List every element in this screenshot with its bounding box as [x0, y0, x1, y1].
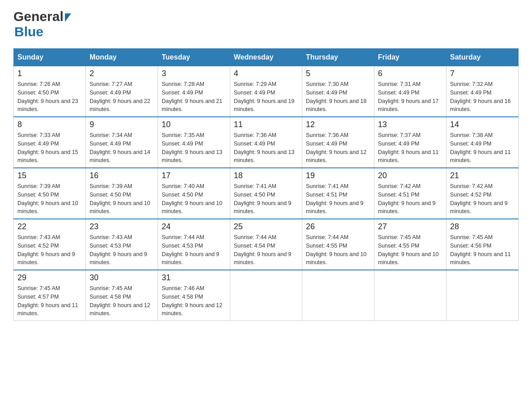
calendar-cell: 21Sunrise: 7:42 AMSunset: 4:52 PMDayligh…: [446, 168, 519, 219]
calendar-cell: 3Sunrise: 7:28 AMSunset: 4:49 PMDaylight…: [158, 66, 230, 117]
day-number: 22: [17, 222, 82, 231]
logo-blue-text: Blue: [14, 24, 43, 39]
calendar-cell: [374, 270, 446, 321]
day-info: Sunrise: 7:44 AMSunset: 4:53 PMDaylight:…: [162, 233, 226, 267]
col-tuesday: Tuesday: [158, 49, 230, 66]
day-info: Sunrise: 7:32 AMSunset: 4:49 PMDaylight:…: [450, 80, 515, 114]
col-monday: Monday: [86, 49, 158, 66]
day-info: Sunrise: 7:39 AMSunset: 4:50 PMDaylight:…: [90, 182, 154, 216]
calendar-week-row: 29Sunrise: 7:45 AMSunset: 4:57 PMDayligh…: [14, 270, 519, 321]
col-saturday: Saturday: [446, 49, 519, 66]
day-number: 17: [162, 171, 226, 180]
calendar-cell: 9Sunrise: 7:34 AMSunset: 4:49 PMDaylight…: [86, 117, 158, 168]
day-info: Sunrise: 7:40 AMSunset: 4:50 PMDaylight:…: [162, 182, 226, 216]
day-number: 26: [306, 222, 370, 231]
calendar-cell: 17Sunrise: 7:40 AMSunset: 4:50 PMDayligh…: [158, 168, 230, 219]
day-number: 27: [378, 222, 442, 231]
day-number: 6: [378, 69, 442, 78]
day-info: Sunrise: 7:45 AMSunset: 4:56 PMDaylight:…: [450, 233, 515, 267]
day-info: Sunrise: 7:43 AMSunset: 4:52 PMDaylight:…: [17, 233, 82, 267]
day-number: 15: [17, 171, 82, 180]
calendar-cell: 25Sunrise: 7:44 AMSunset: 4:54 PMDayligh…: [230, 219, 302, 270]
calendar-cell: 26Sunrise: 7:44 AMSunset: 4:55 PMDayligh…: [302, 219, 374, 270]
day-info: Sunrise: 7:42 AMSunset: 4:52 PMDaylight:…: [450, 182, 515, 216]
day-info: Sunrise: 7:33 AMSunset: 4:49 PMDaylight:…: [17, 131, 82, 165]
day-number: 2: [90, 69, 154, 78]
day-number: 4: [234, 69, 298, 78]
calendar-cell: 8Sunrise: 7:33 AMSunset: 4:49 PMDaylight…: [14, 117, 86, 168]
col-thursday: Thursday: [302, 49, 374, 66]
day-number: 21: [450, 171, 515, 180]
day-number: 19: [306, 171, 370, 180]
calendar-cell: 15Sunrise: 7:39 AMSunset: 4:50 PMDayligh…: [14, 168, 86, 219]
day-number: 14: [450, 120, 515, 129]
day-info: Sunrise: 7:28 AMSunset: 4:49 PMDaylight:…: [162, 80, 226, 114]
day-number: 31: [162, 273, 226, 283]
day-number: 10: [162, 120, 226, 129]
page-header: General Blue: [13, 9, 519, 39]
day-number: 9: [90, 120, 154, 129]
day-info: Sunrise: 7:27 AMSunset: 4:49 PMDaylight:…: [90, 80, 154, 114]
day-number: 13: [378, 120, 442, 129]
calendar-cell: 2Sunrise: 7:27 AMSunset: 4:49 PMDaylight…: [86, 66, 158, 117]
calendar-cell: 16Sunrise: 7:39 AMSunset: 4:50 PMDayligh…: [86, 168, 158, 219]
calendar-cell: [446, 270, 519, 321]
calendar-cell: 12Sunrise: 7:36 AMSunset: 4:49 PMDayligh…: [302, 117, 374, 168]
calendar-table: Sunday Monday Tuesday Wednesday Thursday…: [13, 48, 519, 321]
calendar-cell: 23Sunrise: 7:43 AMSunset: 4:53 PMDayligh…: [86, 219, 158, 270]
day-info: Sunrise: 7:36 AMSunset: 4:49 PMDaylight:…: [306, 131, 370, 165]
day-info: Sunrise: 7:36 AMSunset: 4:49 PMDaylight:…: [234, 131, 298, 165]
day-number: 12: [306, 120, 370, 129]
day-info: Sunrise: 7:44 AMSunset: 4:55 PMDaylight:…: [306, 233, 370, 267]
day-info: Sunrise: 7:45 AMSunset: 4:57 PMDaylight:…: [17, 284, 82, 318]
day-info: Sunrise: 7:35 AMSunset: 4:49 PMDaylight:…: [162, 131, 226, 165]
day-info: Sunrise: 7:45 AMSunset: 4:58 PMDaylight:…: [90, 284, 154, 318]
day-number: 29: [17, 273, 82, 283]
day-info: Sunrise: 7:43 AMSunset: 4:53 PMDaylight:…: [90, 233, 154, 267]
day-number: 23: [90, 222, 154, 231]
day-number: 16: [90, 171, 154, 180]
logo-triangle-icon: [65, 13, 71, 22]
col-friday: Friday: [374, 49, 446, 66]
day-number: 28: [450, 222, 515, 231]
calendar-cell: 10Sunrise: 7:35 AMSunset: 4:49 PMDayligh…: [158, 117, 230, 168]
day-number: 8: [17, 120, 82, 129]
day-number: 20: [378, 171, 442, 180]
calendar-cell: 19Sunrise: 7:41 AMSunset: 4:51 PMDayligh…: [302, 168, 374, 219]
calendar-week-row: 1Sunrise: 7:26 AMSunset: 4:50 PMDaylight…: [14, 66, 519, 117]
calendar-cell: 11Sunrise: 7:36 AMSunset: 4:49 PMDayligh…: [230, 117, 302, 168]
day-number: 1: [17, 69, 82, 78]
day-info: Sunrise: 7:29 AMSunset: 4:49 PMDaylight:…: [234, 80, 298, 114]
logo-general-text: General: [13, 9, 64, 24]
calendar-cell: 5Sunrise: 7:30 AMSunset: 4:49 PMDaylight…: [302, 66, 374, 117]
calendar-cell: 22Sunrise: 7:43 AMSunset: 4:52 PMDayligh…: [14, 219, 86, 270]
day-number: 3: [162, 69, 226, 78]
calendar-cell: 30Sunrise: 7:45 AMSunset: 4:58 PMDayligh…: [86, 270, 158, 321]
calendar-cell: 7Sunrise: 7:32 AMSunset: 4:49 PMDaylight…: [446, 66, 519, 117]
day-info: Sunrise: 7:38 AMSunset: 4:49 PMDaylight:…: [450, 131, 515, 165]
calendar-cell: 31Sunrise: 7:46 AMSunset: 4:58 PMDayligh…: [158, 270, 230, 321]
day-number: 11: [234, 120, 298, 129]
day-info: Sunrise: 7:45 AMSunset: 4:55 PMDaylight:…: [378, 233, 442, 267]
calendar-cell: 24Sunrise: 7:44 AMSunset: 4:53 PMDayligh…: [158, 219, 230, 270]
day-number: 5: [306, 69, 370, 78]
day-info: Sunrise: 7:26 AMSunset: 4:50 PMDaylight:…: [17, 80, 82, 114]
calendar-week-row: 22Sunrise: 7:43 AMSunset: 4:52 PMDayligh…: [14, 219, 519, 270]
day-info: Sunrise: 7:31 AMSunset: 4:49 PMDaylight:…: [378, 80, 442, 114]
calendar-cell: 18Sunrise: 7:41 AMSunset: 4:50 PMDayligh…: [230, 168, 302, 219]
col-sunday: Sunday: [14, 49, 86, 66]
day-info: Sunrise: 7:39 AMSunset: 4:50 PMDaylight:…: [17, 182, 82, 216]
calendar-cell: 14Sunrise: 7:38 AMSunset: 4:49 PMDayligh…: [446, 117, 519, 168]
calendar-cell: 4Sunrise: 7:29 AMSunset: 4:49 PMDaylight…: [230, 66, 302, 117]
col-wednesday: Wednesday: [230, 49, 302, 66]
day-info: Sunrise: 7:34 AMSunset: 4:49 PMDaylight:…: [90, 131, 154, 165]
day-info: Sunrise: 7:46 AMSunset: 4:58 PMDaylight:…: [162, 284, 226, 318]
day-info: Sunrise: 7:37 AMSunset: 4:49 PMDaylight:…: [378, 131, 442, 165]
day-info: Sunrise: 7:44 AMSunset: 4:54 PMDaylight:…: [234, 233, 298, 267]
calendar-cell: 6Sunrise: 7:31 AMSunset: 4:49 PMDaylight…: [374, 66, 446, 117]
calendar-cell: [230, 270, 302, 321]
day-info: Sunrise: 7:42 AMSunset: 4:51 PMDaylight:…: [378, 182, 442, 216]
day-number: 7: [450, 69, 515, 78]
header-row: Sunday Monday Tuesday Wednesday Thursday…: [14, 49, 519, 66]
day-number: 18: [234, 171, 298, 180]
